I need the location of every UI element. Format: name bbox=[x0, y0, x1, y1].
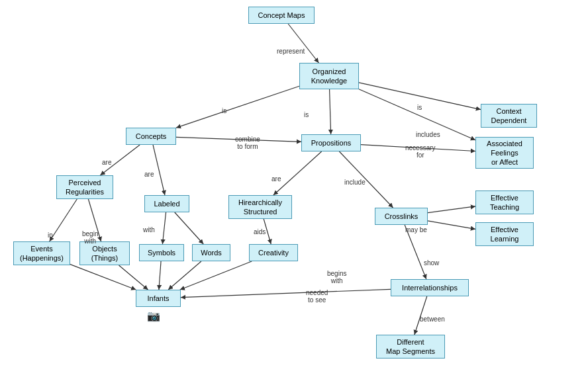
svg-line-7 bbox=[361, 145, 475, 151]
objects-node: Objects (Things) bbox=[79, 241, 130, 265]
edge-label: are bbox=[271, 175, 281, 183]
labeled-node: Labeled bbox=[144, 195, 189, 212]
svg-line-25 bbox=[159, 261, 161, 290]
edge-label: needed to see bbox=[306, 289, 328, 304]
words-node: Words bbox=[192, 244, 230, 261]
edge-label: between bbox=[420, 316, 445, 323]
svg-line-6 bbox=[176, 137, 301, 142]
svg-line-12 bbox=[264, 219, 271, 244]
svg-line-10 bbox=[273, 151, 322, 195]
svg-line-20 bbox=[181, 289, 391, 297]
edge-label: with bbox=[143, 226, 155, 233]
concept-map-diagram: Concept MapsOrganized KnowledgeContext D… bbox=[0, 0, 588, 381]
svg-line-9 bbox=[153, 145, 165, 195]
perceived-regularities-node: Perceived Regularities bbox=[56, 175, 113, 199]
svg-line-24 bbox=[119, 265, 148, 290]
propositions-node: Propositions bbox=[301, 134, 361, 151]
infants-node: Infants bbox=[136, 290, 181, 307]
effective-learning-node: Effective Learning bbox=[475, 222, 534, 246]
svg-line-3 bbox=[359, 89, 475, 140]
svg-line-21 bbox=[415, 296, 427, 335]
different-map-segments-node: Different Map Segments bbox=[376, 335, 445, 359]
organized-knowledge-node: Organized Knowledge bbox=[299, 63, 359, 89]
concept-maps-node: Concept Maps bbox=[248, 7, 315, 24]
edge-label: is bbox=[304, 111, 309, 118]
svg-line-4 bbox=[176, 86, 299, 128]
svg-line-23 bbox=[70, 265, 136, 290]
edge-label: in bbox=[48, 232, 53, 239]
hierarchically-structured-node: Hirearchically Structured bbox=[228, 195, 292, 219]
symbols-node: Symbols bbox=[139, 244, 184, 261]
edge-label: is bbox=[417, 104, 422, 111]
svg-line-8 bbox=[100, 145, 140, 175]
effective-teaching-node: Effective Teaching bbox=[475, 190, 534, 214]
svg-line-22 bbox=[180, 261, 252, 290]
svg-line-26 bbox=[168, 261, 201, 290]
edge-label: is bbox=[222, 107, 226, 114]
edge-label: combine to form bbox=[235, 136, 260, 150]
svg-line-18 bbox=[175, 212, 203, 244]
edge-label: are bbox=[102, 159, 111, 166]
camera-icon: 📷 bbox=[147, 310, 160, 322]
svg-line-2 bbox=[359, 83, 481, 110]
edge-label: represent bbox=[277, 48, 305, 55]
context-dependent-node: Context Dependent bbox=[481, 104, 537, 128]
edge-label: begins with bbox=[327, 270, 346, 284]
crosslinks-node: Crosslinks bbox=[375, 208, 428, 225]
edge-label: aids bbox=[254, 228, 266, 235]
svg-line-5 bbox=[330, 89, 331, 134]
events-node: Events (Happenings) bbox=[13, 241, 70, 265]
edge-label: may be bbox=[405, 226, 427, 233]
interrelationships-node: Interrelationships bbox=[391, 279, 469, 296]
svg-line-14 bbox=[428, 221, 475, 229]
svg-line-11 bbox=[339, 151, 393, 208]
svg-line-19 bbox=[405, 225, 426, 279]
edge-label: show bbox=[424, 259, 439, 267]
edge-label: necessary for bbox=[405, 144, 436, 159]
edge-label: are bbox=[144, 171, 154, 178]
svg-line-1 bbox=[288, 24, 318, 63]
edge-label: includes bbox=[416, 131, 440, 138]
svg-line-17 bbox=[162, 212, 166, 244]
edge-label: include bbox=[344, 179, 366, 186]
creativity-node: Creativity bbox=[249, 244, 298, 261]
svg-line-15 bbox=[50, 199, 77, 241]
associated-feelings-node: Associated Feelings or Affect bbox=[475, 137, 534, 169]
svg-line-13 bbox=[428, 206, 475, 213]
concepts-node: Concepts bbox=[126, 128, 176, 145]
svg-line-16 bbox=[88, 199, 101, 241]
